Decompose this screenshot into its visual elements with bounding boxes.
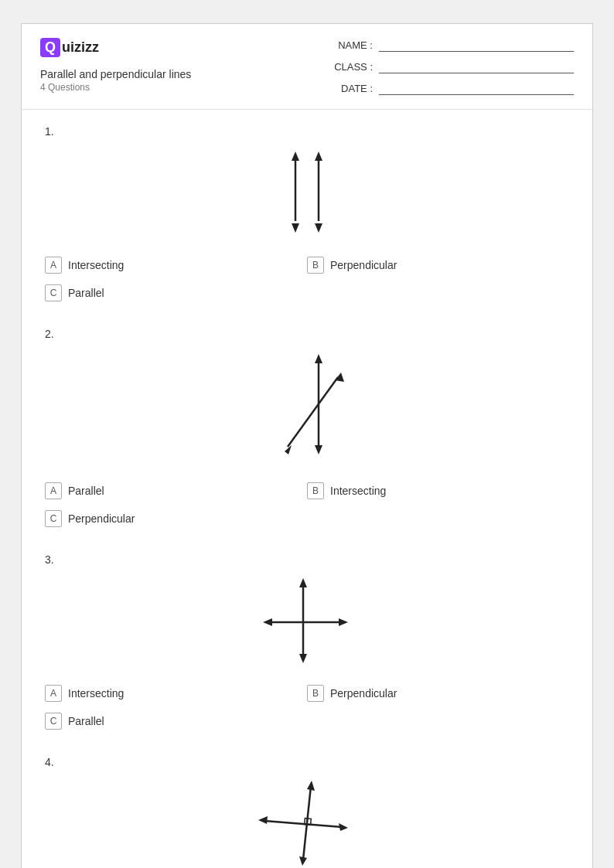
logo: Q uizizz xyxy=(40,38,191,57)
svg-marker-21 xyxy=(307,781,315,791)
question-4-num: 4. xyxy=(45,756,569,768)
diagram-2-svg xyxy=(261,346,353,470)
q2-option-label-b: Intersecting xyxy=(330,485,386,497)
svg-marker-7 xyxy=(315,223,322,233)
diagram-1 xyxy=(45,144,569,244)
q1-option-label-c: Parallel xyxy=(68,287,104,299)
quiz-title: Parallel and perpendicular lines xyxy=(40,68,191,80)
svg-marker-10 xyxy=(315,445,322,454)
diagram-3-svg xyxy=(257,572,357,672)
svg-marker-16 xyxy=(299,654,307,663)
question-3-answers: A Intersecting B Perpendicular C Paralle… xyxy=(45,685,569,733)
svg-marker-19 xyxy=(263,618,272,626)
question-2: 2. A xyxy=(45,328,569,530)
questions-area: 1. xyxy=(22,110,592,868)
header-left: Q uizizz Parallel and perpendicular line… xyxy=(40,38,191,93)
q1-option-label-a: Intersecting xyxy=(68,259,124,271)
svg-marker-18 xyxy=(339,618,348,626)
q3-option-label-b: Perpendicular xyxy=(330,687,397,700)
logo-text: uizizz xyxy=(62,39,99,56)
svg-marker-3 xyxy=(292,151,299,161)
question-3-num: 3. xyxy=(45,553,569,566)
q1-answer-a[interactable]: A Intersecting xyxy=(45,257,307,274)
question-4: 4. xyxy=(45,756,569,868)
diagram-2 xyxy=(45,346,569,470)
question-1-answers: A Intersecting B Perpendicular C Paralle… xyxy=(45,257,569,305)
q3-option-label-a: Intersecting xyxy=(68,687,124,700)
q2-option-box-c: C xyxy=(45,510,62,527)
date-line[interactable] xyxy=(379,81,574,95)
question-1: 1. xyxy=(45,125,569,305)
date-field-row: DATE : xyxy=(326,81,574,95)
q1-option-box-c: C xyxy=(45,284,62,301)
diagram-3 xyxy=(45,572,569,672)
class-field-row: CLASS : xyxy=(326,60,574,73)
svg-line-11 xyxy=(288,377,338,447)
svg-marker-15 xyxy=(299,578,307,587)
q2-option-label-c: Perpendicular xyxy=(68,512,135,525)
name-label: NAME : xyxy=(326,39,373,51)
q1-answer-c[interactable]: C Parallel xyxy=(45,284,307,301)
q3-option-box-b: B xyxy=(307,685,324,702)
diagram-4-svg xyxy=(253,774,361,868)
name-field-row: NAME : xyxy=(326,38,574,52)
page: Q uizizz Parallel and perpendicular line… xyxy=(21,23,593,868)
svg-marker-4 xyxy=(292,223,299,233)
q1-option-box-a: A xyxy=(45,257,62,274)
header: Q uizizz Parallel and perpendicular line… xyxy=(22,24,592,110)
q3-option-label-c: Parallel xyxy=(68,715,104,727)
q3-answer-a[interactable]: A Intersecting xyxy=(45,685,307,702)
svg-marker-12 xyxy=(335,373,344,382)
svg-marker-9 xyxy=(315,354,322,363)
class-label: CLASS : xyxy=(326,61,373,73)
svg-marker-6 xyxy=(315,151,322,161)
q1-option-label-b: Perpendicular xyxy=(330,259,397,271)
class-line[interactable] xyxy=(379,60,574,73)
q2-answer-b[interactable]: B Intersecting xyxy=(307,482,569,499)
q3-answer-b[interactable]: B Perpendicular xyxy=(307,685,569,702)
q3-option-box-a: A xyxy=(45,685,62,702)
question-1-num: 1. xyxy=(45,125,569,138)
name-line[interactable] xyxy=(379,38,574,52)
q2-option-label-a: Parallel xyxy=(68,485,104,497)
q2-option-box-a: A xyxy=(45,482,62,499)
quiz-questions: 4 Questions xyxy=(40,82,191,93)
question-2-num: 2. xyxy=(45,328,569,340)
svg-marker-25 xyxy=(258,816,268,824)
question-2-answers: A Parallel B Intersecting C Perpendicula… xyxy=(45,482,569,530)
question-3: 3. A Intersecting xyxy=(45,553,569,733)
diagram-1-svg xyxy=(261,144,353,244)
q1-answer-b[interactable]: B Perpendicular xyxy=(307,257,569,274)
svg-marker-22 xyxy=(299,856,307,866)
logo-q: Q xyxy=(40,38,60,57)
q3-option-box-c: C xyxy=(45,713,62,730)
svg-marker-24 xyxy=(339,823,348,831)
header-right: NAME : CLASS : DATE : xyxy=(326,38,574,95)
q2-answer-a[interactable]: A Parallel xyxy=(45,482,307,499)
diagram-4 xyxy=(45,774,569,868)
svg-line-23 xyxy=(264,821,342,827)
q3-answer-c[interactable]: C Parallel xyxy=(45,713,307,730)
q2-option-box-b: B xyxy=(307,482,324,499)
q2-answer-c[interactable]: C Perpendicular xyxy=(45,510,307,527)
date-label: DATE : xyxy=(326,83,373,94)
q1-option-box-b: B xyxy=(307,257,324,274)
